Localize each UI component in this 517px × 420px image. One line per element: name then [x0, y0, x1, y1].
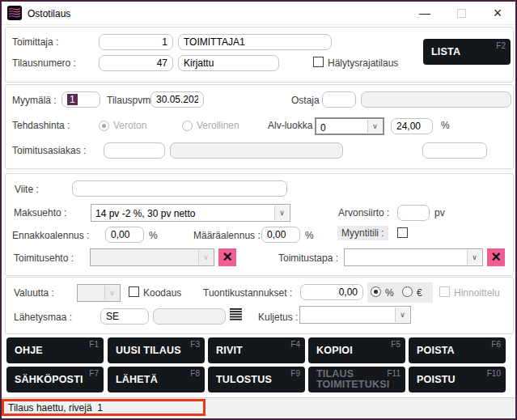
tehdashinta-label: Tehdashinta : — [12, 120, 70, 131]
chevron-down-icon: ∨ — [367, 120, 382, 133]
ennakkoalennus-percent: % — [149, 230, 158, 241]
lahetysmaa-input[interactable] — [100, 308, 149, 325]
toimitustapa-label: Toimitustapa : — [278, 252, 338, 264]
close-button[interactable]: × — [484, 2, 511, 24]
tuontikustannukset-input[interactable] — [300, 284, 363, 300]
app-icon — [7, 6, 22, 20]
chevron-down-icon: ∨ — [395, 308, 409, 322]
myymala-selected-text: 1 — [67, 94, 78, 105]
halytysrajatilaus-checkbox[interactable] — [313, 57, 324, 67]
ohje-button[interactable]: OHJEF1 — [6, 337, 104, 363]
percent-radio[interactable] — [371, 286, 381, 297]
shipping-section: Valuutta : ∨ Koodaus Tuontikustannukset … — [5, 277, 514, 334]
myyntitili-label: Myyntitili : — [337, 226, 388, 240]
hinnoittelu-label: Hinnoittelu — [454, 287, 500, 299]
myymala-input[interactable]: 1 — [61, 91, 100, 108]
tilauspvm-label: Tilauspvm : — [107, 95, 156, 106]
ostaja-code-input[interactable] — [322, 91, 356, 108]
sahkoposti-button[interactable]: SÄHKÖPOSTIF7 — [6, 367, 104, 392]
toimitusasiakas-name-input[interactable] — [170, 142, 343, 159]
tilauspvm-input[interactable] — [150, 91, 204, 108]
toimitusehto-select[interactable]: ∨ — [90, 248, 214, 266]
poista-button[interactable]: POISTAF6 — [409, 337, 506, 363]
maaraalennus-input[interactable] — [261, 227, 300, 243]
veroton-radio[interactable] — [99, 121, 109, 131]
viite-label: Viite : — [15, 184, 39, 195]
chevron-down-icon: ∨ — [104, 286, 119, 300]
myymala-label: Myymälä : — [12, 95, 57, 106]
uusi-tilaus-button[interactable]: UUSI TILAUSF3 — [108, 337, 205, 363]
status-bar: Tilaus haettu, rivejä 1 — [2, 397, 515, 418]
arvonsiirto-label: Arvonsiirto : — [338, 207, 389, 218]
supplier-section: Toimittaja : Tilausnumero : Hälytysrajat… — [5, 27, 514, 83]
chevron-down-icon: ∨ — [198, 250, 213, 265]
lista-button[interactable]: LISTA F2 — [423, 39, 511, 65]
tilausnumero-label: Tilausnumero : — [12, 57, 76, 69]
tuontikustannukset-label: Tuontikustannukset : — [203, 287, 292, 299]
alv-percent-input[interactable] — [391, 118, 433, 134]
order-info-section: Myymälä : 1 Tilauspvm : Ostaja : Tehdash… — [5, 84, 514, 169]
ostaja-name-input[interactable] — [361, 91, 511, 108]
toimitusasiakas-extra-input[interactable] — [422, 142, 487, 159]
order-status-input[interactable] — [178, 55, 279, 71]
arvonsiirto-input[interactable] — [397, 205, 430, 221]
euro-radio[interactable] — [402, 286, 413, 297]
lahetysmaa-name-input[interactable] — [153, 308, 226, 325]
kopioi-button[interactable]: KOPIOIF5 — [308, 337, 405, 363]
toimitusehto-label: Toimitusehto : — [14, 252, 74, 264]
euro-option-label: € — [417, 287, 422, 299]
list-icon[interactable] — [230, 308, 242, 322]
terms-section: Viite : Maksuehto : 14 pv -2 %, 30 pv ne… — [5, 173, 514, 276]
toimittaja-name-input[interactable] — [178, 34, 332, 50]
laheta-button[interactable]: LÄHETÄF8 — [108, 367, 205, 392]
ostotilaus-window: Ostotilaus — × Toimittaja : Tilausnumero… — [0, 0, 517, 420]
chevron-down-icon: ∨ — [467, 250, 481, 265]
toimittaja-label: Toimittaja : — [12, 36, 58, 48]
toimitustapa-select[interactable]: ∨ — [344, 248, 483, 266]
maaraalennus-label: Määräalennus : — [193, 230, 261, 241]
alv-luokka-label: Alv-luokka : — [268, 120, 318, 131]
toimitusasiakas-label: Toimitusasiakas : — [12, 145, 86, 156]
koodaus-checkbox[interactable] — [129, 286, 139, 297]
status-message: Tilaus haettu, rivejä 1 — [8, 402, 103, 414]
toimitustapa-clear-icon[interactable]: × — [487, 248, 505, 266]
koodaus-label: Koodaus — [143, 287, 181, 299]
minimize-button[interactable]: — — [411, 2, 439, 24]
alv-percent-sign: % — [441, 120, 450, 131]
kuljetus-select[interactable]: ∨ — [299, 306, 411, 324]
status-annotation-box: Tilaus haettu, rivejä 1 — [2, 399, 206, 416]
myyntitili-checkbox[interactable] — [397, 227, 408, 238]
rivit-button[interactable]: RIVITF4 — [208, 337, 305, 363]
ennakkoalennus-input[interactable] — [105, 227, 144, 243]
title-bar: Ostotilaus — × — [2, 2, 515, 25]
ennakkoalennus-label: Ennakkoalennus : — [12, 230, 89, 241]
halytysrajatilaus-label: Hälytysrajatilaus — [328, 57, 398, 69]
verollinen-radio[interactable] — [182, 121, 193, 131]
arvonsiirto-unit: pv — [434, 207, 445, 218]
tilaus-toimitetuksi-button: TILAUS TOIMITETUKSIF11 — [308, 367, 405, 392]
maksuehto-select[interactable]: 14 pv -2 %, 30 pv netto ∨ — [91, 204, 290, 222]
tilausnumero-input[interactable] — [99, 55, 173, 71]
hinnoittelu-checkbox[interactable] — [439, 286, 450, 297]
toimittaja-code-input[interactable] — [99, 34, 173, 50]
window-title: Ostotilaus — [28, 8, 70, 19]
poistu-button[interactable]: POISTUF10 — [409, 367, 506, 392]
toimitusehto-clear-icon[interactable]: × — [218, 248, 236, 266]
percent-option-label: % — [385, 287, 394, 299]
viite-input[interactable] — [72, 180, 287, 197]
tulostus-button[interactable]: TULOSTUSF9 — [208, 367, 305, 392]
valuutta-select[interactable]: ∨ — [77, 284, 121, 302]
kuljetus-label: Kuljetus : — [258, 312, 298, 323]
valuutta-label: Valuutta : — [14, 287, 54, 299]
ostaja-label: Ostaja : — [291, 95, 324, 106]
verollinen-label: Verollinen — [197, 120, 239, 131]
maximize-button — [447, 2, 475, 24]
maaraalennus-percent: % — [305, 230, 314, 241]
toimitusasiakas-code-input[interactable] — [104, 142, 165, 159]
lahetysmaa-label: Lähetysmaa : — [14, 312, 72, 323]
alv-luokka-select[interactable]: 0 ∨ — [315, 117, 384, 135]
maksuehto-label: Maksuehto : — [14, 207, 66, 218]
chevron-down-icon: ∨ — [274, 206, 289, 220]
lista-fkey: F2 — [496, 41, 506, 50]
veroton-label: Veroton — [113, 120, 146, 131]
